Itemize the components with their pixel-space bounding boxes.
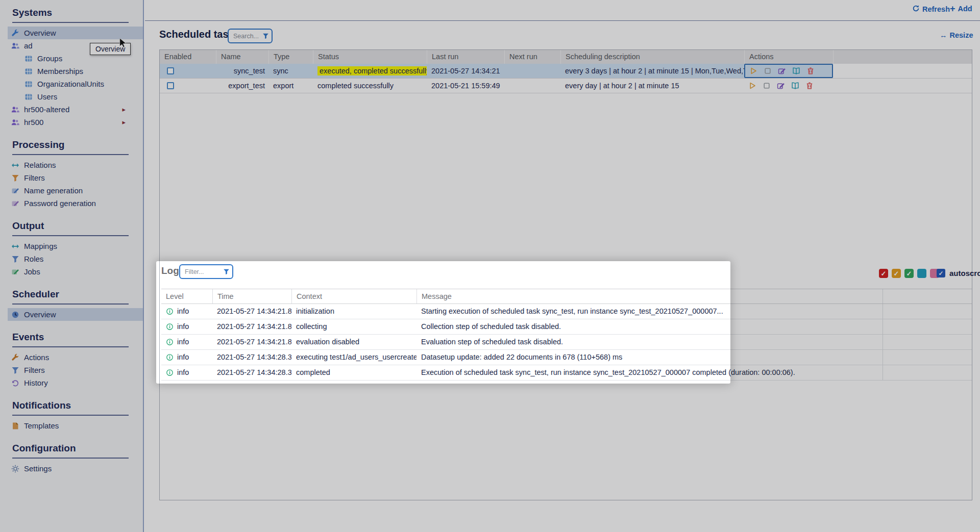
- log-level: info: [161, 304, 212, 319]
- users-icon: [11, 42, 19, 50]
- sidebar-item-label: Actions: [24, 353, 49, 362]
- sidebar-item-filters[interactable]: Filters: [8, 364, 143, 376]
- log-column-header-time[interactable]: Time: [212, 289, 291, 303]
- pencil-icon: [11, 199, 19, 208]
- column-header-enabled[interactable]: Enabled: [160, 50, 216, 64]
- sidebar-item-roles[interactable]: Roles: [8, 252, 143, 265]
- sidebar-item-label: Name generation: [24, 186, 83, 195]
- funnel-icon: [11, 366, 19, 374]
- funnel-icon: [262, 33, 269, 39]
- log-level-toggle-error[interactable]: ✓: [879, 269, 888, 278]
- add-button[interactable]: + Add: [950, 5, 972, 13]
- sidebar-item-label: Roles: [24, 255, 43, 263]
- task-status: completed successfully: [313, 79, 427, 93]
- log-level-toggle-warning[interactable]: ✓: [892, 269, 901, 278]
- autoscroll-control[interactable]: ✓ autoscroll: [937, 269, 980, 277]
- sidebar-item-actions[interactable]: Actions: [8, 351, 143, 364]
- add-label: Add: [958, 5, 972, 13]
- book-icon[interactable]: [791, 82, 799, 90]
- sidebar-item-hr500-altered[interactable]: hr500-altered▸: [8, 103, 143, 116]
- refresh-button[interactable]: Refresh: [912, 5, 950, 14]
- expand-arrow-icon[interactable]: ▸: [122, 118, 126, 126]
- users-icon: [11, 106, 19, 114]
- log-column-header-message[interactable]: Message: [416, 289, 883, 303]
- sidebar-item-memberships[interactable]: Memberships: [8, 65, 143, 78]
- sidebar-item-settings[interactable]: Settings: [8, 462, 143, 475]
- column-header-name[interactable]: Name: [216, 50, 268, 64]
- tasks-search-box[interactable]: [228, 29, 273, 43]
- log-level-text: info: [177, 350, 189, 365]
- sidebar-item-relations[interactable]: Relations: [8, 159, 143, 171]
- top-divider: [145, 20, 980, 21]
- sidebar-section-notifications: NotificationsTemplates: [0, 400, 143, 432]
- log-level-toggle-success[interactable]: ✓: [904, 269, 914, 278]
- task-row-sync-test[interactable]: sync_testsyncexecuted, completed success…: [160, 64, 972, 79]
- sidebar-item-password-generation[interactable]: Password generation: [8, 197, 143, 210]
- column-header-status[interactable]: Status: [313, 50, 427, 64]
- sidebar-item-overview[interactable]: Overview: [8, 308, 143, 321]
- sidebar-item-jobs[interactable]: Jobs: [8, 265, 143, 278]
- sidebar-item-overview[interactable]: Overview: [8, 27, 143, 39]
- sidebar-item-hr500[interactable]: hr500▸: [8, 116, 143, 129]
- edit-icon[interactable]: [777, 82, 785, 90]
- column-header-actions[interactable]: Actions: [744, 50, 833, 64]
- log-filter-box[interactable]: [179, 264, 233, 279]
- sidebar-item-label: ad: [24, 41, 33, 50]
- expand-arrow-icon[interactable]: ▸: [122, 106, 126, 113]
- table-icon: [24, 67, 33, 75]
- sidebar-item-mappings[interactable]: Mappings: [8, 240, 143, 252]
- resize-label: Resize: [950, 31, 973, 39]
- autoscroll-label: autoscroll: [949, 269, 980, 277]
- sidebar-section-scheduler: SchedulerOverview: [0, 289, 143, 321]
- enabled-checkbox[interactable]: [167, 82, 174, 89]
- task-next-run: [504, 64, 560, 78]
- sidebar-item-label: OrganizationalUnits: [37, 80, 104, 88]
- history-icon: [11, 379, 19, 387]
- column-header-type[interactable]: Type: [268, 50, 313, 64]
- tasks-table-header: EnabledNameTypeStatusLast runNext runSch…: [160, 50, 972, 64]
- sidebar-item-templates[interactable]: Templates: [8, 419, 143, 432]
- log-level-toggle-info[interactable]: [917, 269, 926, 278]
- sidebar-item-name-generation[interactable]: Name generation: [8, 184, 143, 197]
- log-column-header-level[interactable]: Level: [161, 289, 212, 303]
- tasks-search-input[interactable]: [232, 32, 262, 40]
- column-header-scheduling-description[interactable]: Scheduling description: [560, 50, 744, 64]
- stop-icon[interactable]: [763, 82, 771, 90]
- log-row: info2021-05-27 14:34:28.372executing tes…: [161, 350, 972, 365]
- edit-icon[interactable]: [778, 67, 786, 75]
- sidebar-section-title: Events: [12, 332, 129, 347]
- autoscroll-checkbox[interactable]: ✓: [937, 269, 945, 277]
- clock-icon: [11, 311, 19, 319]
- log-level: info: [161, 335, 212, 349]
- sidebar-item-label: Password generation: [24, 199, 96, 208]
- sidebar-item-label: Overview: [24, 310, 56, 319]
- sidebar-item-organizationalunits[interactable]: OrganizationalUnits: [8, 78, 143, 90]
- sidebar-item-users[interactable]: Users: [8, 90, 143, 103]
- log-message: Starting execution of scheduled task syn…: [416, 304, 883, 319]
- sidebar-item-history[interactable]: History: [8, 376, 143, 389]
- play-icon[interactable]: [748, 82, 756, 90]
- enabled-checkbox[interactable]: [167, 67, 174, 74]
- refresh-icon: [912, 5, 920, 14]
- trash-icon[interactable]: [805, 82, 814, 90]
- task-actions: [744, 79, 833, 93]
- plus-icon: +: [950, 5, 955, 12]
- stop-icon[interactable]: [764, 67, 772, 75]
- log-column-header-filler: [883, 289, 972, 303]
- trash-icon[interactable]: [806, 67, 815, 75]
- log-column-header-context[interactable]: Context: [291, 289, 416, 303]
- column-header-next-run[interactable]: Next run: [504, 50, 560, 64]
- resize-arrows-icon: ↔: [940, 31, 947, 39]
- sidebar-item-label: Overview: [24, 29, 56, 37]
- play-icon[interactable]: [749, 67, 757, 75]
- table-icon: [24, 55, 33, 63]
- column-header-last-run[interactable]: Last run: [427, 50, 504, 64]
- resize-button[interactable]: ↔ Resize: [940, 31, 973, 39]
- log-title: Log: [161, 265, 179, 276]
- info-icon: [166, 308, 174, 316]
- sidebar-item-filters[interactable]: Filters: [8, 171, 143, 184]
- log-filter-input[interactable]: [184, 268, 223, 276]
- log-context: collecting: [291, 319, 416, 334]
- task-row-export-test[interactable]: export_testexportcompleted successfully2…: [160, 79, 972, 93]
- book-icon[interactable]: [792, 67, 800, 75]
